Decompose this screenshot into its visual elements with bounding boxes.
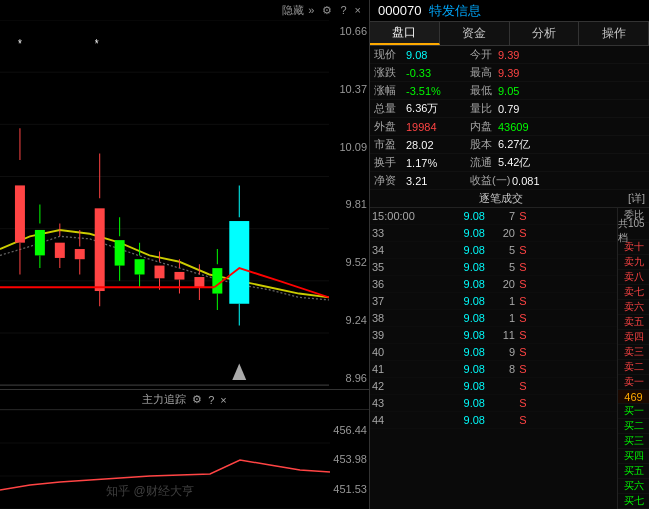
trans-vol-7: 1 (485, 312, 515, 324)
tab-fenxi[interactable]: 分析 (510, 22, 580, 45)
trans-time-10: 41 (372, 363, 437, 375)
val-guben: 6.27亿 (498, 137, 530, 152)
tab-zijin[interactable]: 资金 (440, 22, 510, 45)
sep-detail[interactable]: [详] (628, 191, 645, 206)
trans-dir-10: S (515, 363, 531, 375)
bottom-chart: 456.44 453.98 451.53 知乎 @财经大亨 (0, 409, 369, 509)
candle-svg: * * (0, 20, 329, 389)
price-badge: 469 (618, 390, 649, 404)
trans-row-2: 33 9.08 20 S (370, 225, 617, 242)
trans-dir-4: S (515, 261, 531, 273)
trans-price-9: 9.08 (437, 346, 485, 358)
trans-price-4: 9.08 (437, 261, 485, 273)
val-shouyi: 0.081 (512, 175, 540, 187)
svg-rect-9 (15, 185, 25, 242)
trans-time-4: 35 (372, 261, 437, 273)
bottom-y-label-1: 456.44 (332, 424, 367, 436)
y-axis: 10.66 10.37 10.09 9.81 9.52 9.24 8.96 (332, 20, 367, 389)
main-chart: 10.66 10.37 10.09 9.81 9.52 9.24 8.96 (0, 20, 369, 389)
price-row-huanshou: 换手 1.17% 流通 5.42亿 (370, 154, 649, 172)
trans-time-13: 44 (372, 414, 437, 426)
candle-area: * * (0, 20, 329, 389)
trans-time-6: 37 (372, 295, 437, 307)
svg-rect-12 (35, 230, 45, 255)
mai-san: 卖三 (618, 345, 649, 360)
trans-vol-10: 8 (485, 363, 515, 375)
trans-dir-7: S (515, 312, 531, 324)
val-neipan: 43609 (498, 121, 529, 133)
indicator-gear-icon[interactable]: ⚙ (192, 393, 202, 406)
mai-san-buy: 买三 (618, 434, 649, 449)
label-liutong: 流通 (470, 155, 498, 170)
y-label-3: 10.09 (332, 141, 367, 153)
indicator-question-icon[interactable]: ? (208, 394, 214, 406)
svg-rect-39 (229, 221, 249, 304)
trans-dir-13: S (515, 414, 531, 426)
y-label-2: 10.37 (332, 83, 367, 95)
val-zhangfu: -3.51% (406, 85, 466, 97)
trans-time-5: 36 (372, 278, 437, 290)
val-zuidi: 9.05 (498, 85, 519, 97)
svg-rect-30 (155, 266, 165, 279)
trans-dir-12: S (515, 397, 531, 409)
trans-vol-9: 9 (485, 346, 515, 358)
chart-question-icon[interactable]: ? (340, 4, 346, 16)
val-jinkau: 9.39 (498, 49, 519, 61)
mai-qi: 卖七 (618, 285, 649, 300)
label-zongliang: 总量 (374, 101, 406, 116)
mai-jiu: 卖九 (618, 255, 649, 270)
sell-buy-column: 委比 共105档 卖十 卖九 卖八 卖七 卖六 卖五 卖四 卖三 卖二 卖一 4… (617, 208, 649, 509)
val-jingzi: 3.21 (406, 175, 466, 187)
trans-time-3: 34 (372, 244, 437, 256)
trans-price-6: 9.08 (437, 295, 485, 307)
trans-price-5: 9.08 (437, 278, 485, 290)
trans-dir-11: S (515, 380, 531, 392)
y-label-1: 10.66 (332, 25, 367, 37)
trans-vol-3: 5 (485, 244, 515, 256)
label-liangbi: 量比 (470, 101, 498, 116)
tab-pankou[interactable]: 盘口 (370, 22, 440, 45)
trans-dir-9: S (515, 346, 531, 358)
bottom-y-axis: 456.44 453.98 451.53 (332, 410, 367, 509)
tab-caozuo[interactable]: 操作 (579, 22, 649, 45)
trans-price-13: 9.08 (437, 414, 485, 426)
svg-text:*: * (18, 37, 22, 50)
trans-dir-1: S (515, 210, 531, 222)
trans-time-8: 39 (372, 329, 437, 341)
chart-top-bar: 隐藏 » ⚙ ? × (0, 0, 369, 20)
indicator-bar: 主力追踪 ⚙ ? × (0, 389, 369, 409)
label-huanshou: 换手 (374, 155, 406, 170)
trans-vol-4: 5 (485, 261, 515, 273)
val-liutong: 5.42亿 (498, 155, 530, 170)
trans-row-3: 34 9.08 5 S (370, 242, 617, 259)
trans-dir-8: S (515, 329, 531, 341)
val-zuigao: 9.39 (498, 67, 519, 79)
mai-shi: 卖十 (618, 240, 649, 255)
label-zhangfu: 涨幅 (374, 83, 406, 98)
trans-row-8: 39 9.08 11 S (370, 327, 617, 344)
y-label-4: 9.81 (332, 198, 367, 210)
mai-ba: 卖八 (618, 270, 649, 285)
label-shiying: 市盈 (374, 137, 406, 152)
trans-price-10: 9.08 (437, 363, 485, 375)
y-label-7: 8.96 (332, 372, 367, 384)
chart-gear-icon[interactable]: ⚙ (322, 4, 332, 17)
stock-name: 特发信息 (429, 2, 481, 20)
val-shiying: 28.02 (406, 139, 466, 151)
label-xianjia: 现价 (374, 47, 406, 62)
right-panel: 000070 特发信息 盘口 资金 分析 操作 现价 9.08 今开 9.39 … (370, 0, 649, 509)
svg-rect-18 (75, 249, 85, 259)
trans-row-6: 37 9.08 1 S (370, 293, 617, 310)
chart-close-icon[interactable]: × (355, 4, 361, 16)
mai-yi-buy: 买一 (618, 404, 649, 419)
indicator-close-icon[interactable]: × (220, 394, 226, 406)
mai-er: 卖二 (618, 360, 649, 375)
val-huanshou: 1.17% (406, 157, 466, 169)
val-xianjia: 9.08 (406, 49, 466, 61)
val-zhangdie: -0.33 (406, 67, 466, 79)
trans-time-9: 40 (372, 346, 437, 358)
hide-button[interactable]: 隐藏 (282, 3, 304, 18)
trans-vol-8: 11 (485, 329, 515, 341)
trans-price-12: 9.08 (437, 397, 485, 409)
svg-rect-36 (194, 277, 204, 287)
